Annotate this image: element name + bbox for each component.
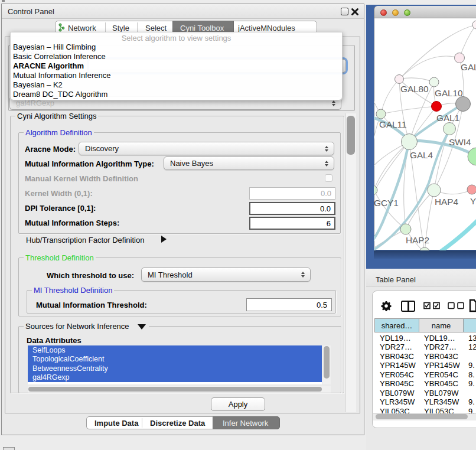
svg-text:YJ: YJ xyxy=(470,196,476,206)
svg-text:HAP2: HAP2 xyxy=(406,235,429,245)
svg-text:GAL1: GAL1 xyxy=(436,113,459,123)
svg-text:GAL11: GAL11 xyxy=(379,119,407,129)
svg-text:GAL4: GAL4 xyxy=(410,150,433,160)
svg-text:SWI4: SWI4 xyxy=(449,137,471,147)
svg-text:HAP4: HAP4 xyxy=(435,197,458,207)
svg-text:GAL10: GAL10 xyxy=(435,88,463,98)
svg-text:GAL80: GAL80 xyxy=(400,84,429,94)
svg-text:GCY1: GCY1 xyxy=(374,198,399,208)
svg-text:GAL2: GAL2 xyxy=(461,62,476,72)
